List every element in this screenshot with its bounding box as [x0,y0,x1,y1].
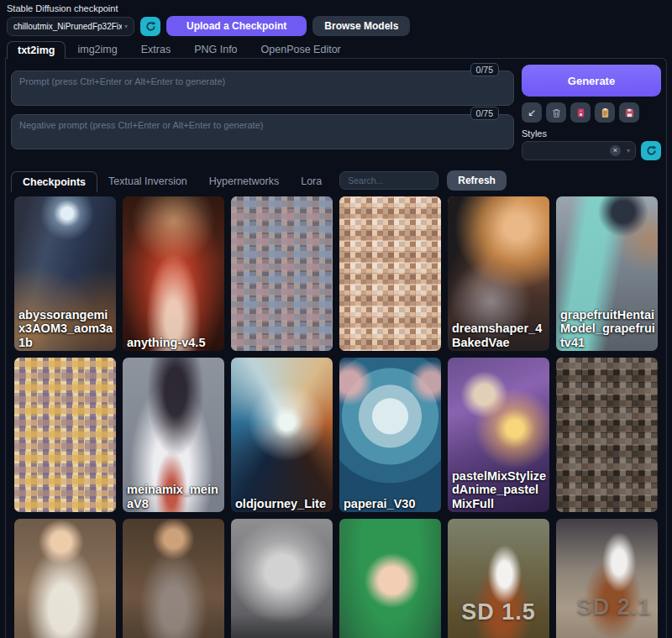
tab-textual-inversion[interactable]: Textual Inversion [97,171,198,191]
model-card-name: grapefruitHentaiModel_grapefruitv41 [560,308,656,349]
header: Stable Diffusion checkpoint chilloutmix_… [0,0,672,36]
model-card-name: abyssorangemix3AOM3_aom3a1b [18,308,114,349]
clear-prompt-button[interactable] [546,102,566,123]
model-card[interactable]: protogenX34Photorealism_1 [123,519,224,638]
negative-prompt-input[interactable] [11,114,514,149]
tab-lora[interactable]: Lora [290,171,333,191]
model-thumbnail [123,196,224,351]
model-card[interactable]: anything-v4.5 [123,196,224,351]
flower-card-icon [575,107,586,118]
chevron-down-icon: ▾ [627,147,630,154]
extra-networks-button[interactable] [570,102,591,123]
censored-thumbnail [14,358,116,512]
censored-thumbnail [556,358,658,512]
tab-txt2img[interactable]: txt2img [7,41,66,59]
model-card-censored[interactable] [556,358,658,512]
save-style-button[interactable] [619,102,639,123]
model-card-name: dreamshaper_4BakedVae [452,322,548,349]
refresh-models-button[interactable]: Refresh [447,170,507,191]
tab-extras[interactable]: Extras [129,41,182,58]
model-thumbnail [231,358,333,512]
tab-hypernetworks[interactable]: Hypernetworks [198,171,290,191]
model-card[interactable]: pastelMixStylizedAnime_pastelMixFull [448,358,549,512]
model-thumbnail [339,358,441,512]
refresh-icon [646,145,657,156]
arrow-down-left-icon: ↙ [528,107,536,118]
styles-select[interactable]: × ▾ [522,141,636,160]
main-tab-bar: txt2img img2img Extras PNG Info OpenPose… [7,41,672,58]
prompt-input[interactable] [11,71,514,106]
refresh-icon [145,21,156,32]
tab-img2img[interactable]: img2img [66,41,129,58]
model-card[interactable]: abyssorangemix3AOM3_aom3a1b [14,196,116,351]
chevron-down-icon: ▾ [124,23,128,30]
negative-prompt-token-counter: 0/75 [470,107,499,120]
checkpoint-label: Stable Diffusion checkpoint [7,3,665,13]
model-card[interactable]: oldjourney_Lite [231,358,333,512]
refresh-styles-button[interactable] [641,141,661,160]
tab-png-info[interactable]: PNG Info [182,41,249,58]
styles-label: Styles [522,128,661,139]
model-card-censored[interactable] [14,358,116,512]
model-card[interactable]: SD 1.5 v1-5-pruned-emaonly [448,519,549,638]
model-thumbnail [123,519,224,638]
censored-thumbnail [231,196,333,351]
model-card-name: anything-v4.5 [127,336,223,349]
model-card[interactable]: revAnimated_v11 [339,519,441,638]
generate-button[interactable]: Generate [522,65,661,97]
apply-styles-button[interactable] [595,102,615,123]
model-card-censored[interactable] [339,196,441,351]
refresh-checkpoints-button[interactable] [140,17,160,36]
model-card[interactable]: protogenV22Anime_22 [14,519,116,638]
model-card[interactable]: SD 2.1 v2-1_768-ema-pruned [556,519,658,638]
upload-checkpoint-button[interactable]: Upload a Checkpoint [166,16,307,36]
model-card[interactable]: dreamshaper_4BakedVae [448,196,549,351]
model-card-name: meinamix_meinaV8 [127,483,223,510]
sd15-watermark: SD 1.5 [448,599,549,625]
model-card-name: paperai_V30 [344,497,439,510]
floppy-disk-icon [624,107,635,118]
tab-checkpoints[interactable]: Checkpoints [11,171,97,192]
extra-networks-tab-bar: Checkpoints Textual Inversion Hypernetwo… [11,170,661,191]
model-card-name: pastelMixStylizedAnime_pastelMixFull [452,469,548,510]
search-input[interactable] [339,171,438,190]
trash-icon [551,107,562,118]
sd21-watermark: SD 2.1 [570,594,658,620]
read-generation-params-button[interactable]: ↙ [522,102,542,123]
model-thumbnail [14,519,116,638]
model-thumbnail [231,519,333,638]
tab-openpose-editor[interactable]: OpenPose Editor [249,41,353,58]
prompt-token-counter: 0/75 [470,63,499,76]
clear-styles-icon[interactable]: × [610,145,621,156]
checkpoint-select-value: chilloutmix_NiPrunedFp32Fix.safeter [13,22,122,31]
model-card[interactable]: meinamix_meinaV8 [123,358,224,512]
model-card[interactable]: grapefruitHentaiModel_grapefruitv41 [556,196,658,351]
checkpoint-card-grid: abyssorangemix3AOM3_aom3a1b anything-v4.… [11,196,661,638]
model-card[interactable]: realisticVisionV13_v13 [231,519,333,638]
model-thumbnail [339,519,441,638]
checkpoint-select[interactable]: chilloutmix_NiPrunedFp32Fix.safeter ▾ [7,17,134,36]
model-card-name: oldjourney_Lite [235,497,331,510]
model-card[interactable]: paperai_V30 [339,358,441,512]
model-card-censored[interactable] [231,196,333,351]
clipboard-icon [600,107,611,118]
censored-thumbnail [339,196,441,351]
txt2img-panel: 0/75 0/75 Generate ↙ [5,58,667,638]
browse-models-button[interactable]: Browse Models [312,16,410,36]
